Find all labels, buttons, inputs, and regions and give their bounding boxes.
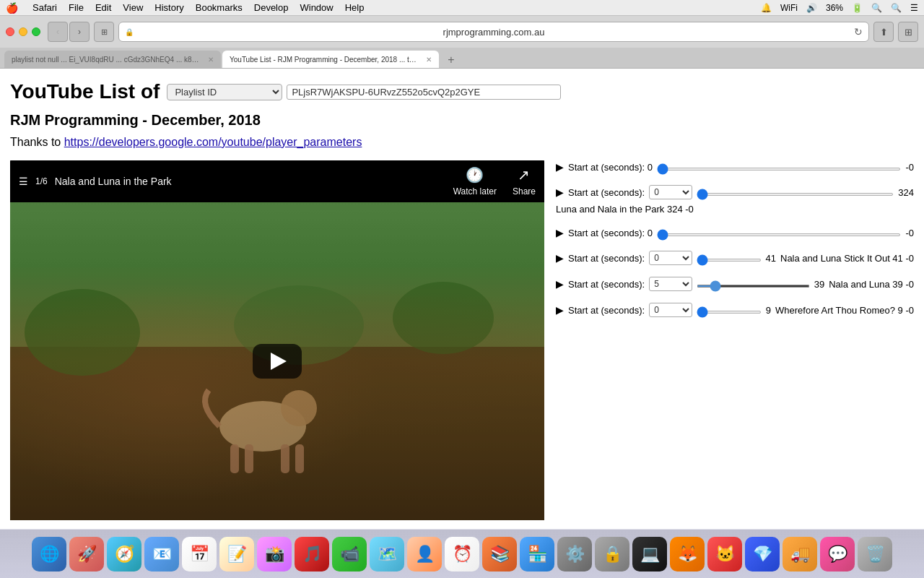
svg-rect-8 xyxy=(245,444,253,473)
track-2-name: Luna and Nala in the Park 324 -0 xyxy=(556,204,694,215)
apple-menu[interactable]: 🍎 xyxy=(6,2,18,14)
play-track-3[interactable]: ▶ xyxy=(556,227,564,238)
maximize-button[interactable] xyxy=(32,27,40,36)
menu-window[interactable]: Window xyxy=(300,2,333,13)
dock-mail[interactable]: 📧 xyxy=(144,537,179,571)
svg-point-2 xyxy=(25,289,140,376)
play-track-2[interactable]: ▶ xyxy=(556,186,564,198)
track-2-slider[interactable] xyxy=(697,193,894,196)
tab-2[interactable]: YouTube List - RJM Programming - Decembe… xyxy=(222,51,439,68)
notification-icon[interactable]: 🔔 xyxy=(761,3,772,13)
track-4-seconds-select[interactable]: 015 xyxy=(649,251,692,265)
address-bar: 🔒 rjmprogramming.com.au ↻ xyxy=(118,22,869,42)
traffic-lights xyxy=(6,27,40,36)
track-4-duration: 41 xyxy=(766,253,776,264)
thanks-link[interactable]: https://developers.google.com/youtube/pl… xyxy=(64,136,362,148)
menu-edit[interactable]: Edit xyxy=(95,2,111,13)
playlist-type-select[interactable]: Playlist ID xyxy=(167,84,282,100)
search-icon[interactable]: 🔍 xyxy=(891,3,902,13)
dock-scratch[interactable]: 🐱 xyxy=(707,537,742,571)
reload-button[interactable]: ↻ xyxy=(854,26,863,38)
menu-history[interactable]: History xyxy=(154,2,183,13)
track-1-slider-container xyxy=(657,160,901,173)
tab-overview-button[interactable]: ⊞ xyxy=(94,22,114,42)
dock-vscode[interactable]: 💎 xyxy=(745,537,780,571)
share-icon: ↗ xyxy=(518,166,530,184)
dock-trash[interactable]: 🗑️ xyxy=(858,537,892,571)
video-thumbnail[interactable] xyxy=(10,202,544,520)
play-button[interactable] xyxy=(253,344,302,379)
page-title: YouTube List of xyxy=(10,80,160,103)
address-text[interactable]: rjmprogramming.com.au xyxy=(138,27,850,38)
minimize-button[interactable] xyxy=(19,27,27,36)
tab-1[interactable]: playlist not null ... Ei_VUI8qdRU ... cG… xyxy=(4,51,221,68)
dock-security[interactable]: 🔒 xyxy=(595,537,629,571)
svg-rect-10 xyxy=(295,444,304,473)
menu-develop[interactable]: Develop xyxy=(254,2,289,13)
watch-later-label: Watch later xyxy=(453,186,497,197)
battery-percent: 36% xyxy=(826,3,843,13)
dock-terminal[interactable]: 💻 xyxy=(632,537,667,571)
track-6-seconds-select[interactable]: 01 xyxy=(649,303,692,317)
dock-system-prefs[interactable]: ⚙️ xyxy=(557,537,592,571)
dock-books[interactable]: 📚 xyxy=(482,537,517,571)
new-tab-btn[interactable]: + xyxy=(443,52,459,68)
thanks-text: Thanks to xyxy=(10,136,64,148)
track-4-name: Nala and Luna Stick It Out 41 -0 xyxy=(780,253,914,264)
volume-icon[interactable]: 🔊 xyxy=(806,3,817,13)
dock-slack[interactable]: 💬 xyxy=(820,537,855,571)
play-track-6[interactable]: ▶ xyxy=(556,304,564,316)
dock-launchpad[interactable]: 🚀 xyxy=(69,537,104,571)
share-button[interactable]: ⬆ xyxy=(873,22,894,42)
playlist-select-wrapper: Playlist ID xyxy=(167,84,561,100)
dock-appstore[interactable]: 🏪 xyxy=(520,537,554,571)
play-triangle-icon xyxy=(271,353,287,370)
track-2-slider-container xyxy=(697,186,894,199)
dock-maps[interactable]: 🗺️ xyxy=(370,537,404,571)
tab-2-close[interactable]: ✕ xyxy=(426,56,432,64)
svg-rect-7 xyxy=(230,444,239,473)
dock-facetime[interactable]: 📹 xyxy=(332,537,367,571)
dock: 🌐 🚀 🧭 📧 📅 📝 📸 🎵 📹 🗺️ 👤 ⏰ 📚 🏪 ⚙️ 🔒 💻 🦊 🐱 … xyxy=(0,529,924,578)
track-5-seconds-select[interactable]: 01510 xyxy=(649,277,692,291)
lock-icon: 🔒 xyxy=(125,28,134,36)
main-area: ☰ 1/6 Nala and Luna in the Park 🕐 Watch … xyxy=(10,160,914,520)
watch-later-button[interactable]: 🕐 Watch later xyxy=(453,166,497,197)
menu-bookmarks[interactable]: Bookmarks xyxy=(196,2,243,13)
dock-reminders[interactable]: ⏰ xyxy=(445,537,479,571)
menu-help[interactable]: Help xyxy=(345,2,365,13)
svg-point-3 xyxy=(393,282,494,354)
control-center-icon[interactable]: ☰ xyxy=(910,3,918,13)
track-3-slider[interactable] xyxy=(657,233,901,236)
tab-1-close[interactable]: ✕ xyxy=(208,56,214,64)
track-1-slider[interactable] xyxy=(657,168,901,171)
play-track-5[interactable]: ▶ xyxy=(556,278,564,290)
dock-transmit[interactable]: 🚚 xyxy=(783,537,817,571)
share-video-button[interactable]: ↗ Share xyxy=(513,166,536,197)
new-tab-button[interactable]: ⊞ xyxy=(898,22,918,42)
menu-view[interactable]: View xyxy=(123,2,143,13)
dock-photos[interactable]: 📸 xyxy=(257,537,292,571)
dock-safari[interactable]: 🧭 xyxy=(107,537,141,571)
tab-1-label: playlist not null ... Ei_VUI8qdRU ... cG… xyxy=(12,56,201,64)
forward-button[interactable]: › xyxy=(69,22,90,42)
track-6-slider[interactable] xyxy=(697,311,762,314)
close-button[interactable] xyxy=(6,27,14,36)
track-4-label: Start at (seconds): xyxy=(568,253,645,264)
dock-firefox[interactable]: 🦊 xyxy=(670,537,705,571)
dock-notes[interactable]: 📝 xyxy=(219,537,254,571)
track-4-slider[interactable] xyxy=(697,259,761,262)
back-button[interactable]: ‹ xyxy=(48,22,68,42)
track-5-slider[interactable] xyxy=(697,285,810,288)
track-2-label: Start at (seconds): xyxy=(568,187,645,198)
dock-contacts[interactable]: 👤 xyxy=(407,537,442,571)
dock-calendar[interactable]: 📅 xyxy=(182,537,217,571)
play-track-4[interactable]: ▶ xyxy=(556,252,564,264)
dock-music[interactable]: 🎵 xyxy=(295,537,329,571)
play-track-1[interactable]: ▶ xyxy=(556,161,564,173)
dock-finder[interactable]: 🌐 xyxy=(32,537,66,571)
menu-file[interactable]: File xyxy=(69,2,84,13)
playlist-id-input[interactable] xyxy=(287,85,561,100)
menu-safari[interactable]: Safari xyxy=(32,2,57,13)
track-2-seconds-select[interactable]: 01510 xyxy=(649,185,692,199)
